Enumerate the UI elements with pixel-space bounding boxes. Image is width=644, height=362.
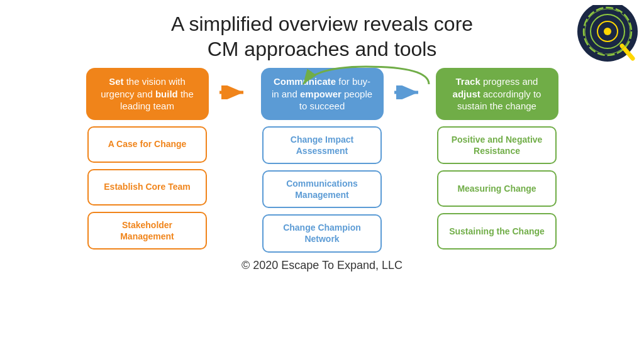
tool-change-impact: Change Impact Assessment — [262, 126, 382, 164]
tool-communications-management: Communications Management — [262, 170, 382, 208]
arrow-right-1 — [219, 68, 250, 99]
tool-measuring-change: Measuring Change — [437, 170, 557, 207]
tool-change-champion: Change Champion Network — [262, 214, 382, 252]
tool-stakeholder-management: Stakeholder Management — [87, 212, 207, 250]
column-communicate: Communicate for buy-in and empower peopl… — [250, 68, 394, 253]
svg-point-4 — [604, 28, 611, 35]
footer-copyright: © 2020 Escape To Expand, LLC — [0, 259, 644, 272]
column-set: Set the vision with urgency and build th… — [75, 68, 219, 250]
tool-case-for-change: A Case for Change — [87, 126, 207, 163]
tool-establish-core-team: Establish Core Team — [87, 169, 207, 206]
tool-sustaining-change: Sustaining the Change — [437, 213, 557, 250]
corner-logo — [570, 5, 639, 68]
tool-positive-negative: Positive and Negative Resistance — [437, 126, 557, 164]
curved-feedback-arrow — [278, 63, 454, 87]
main-title: A simplified overview reveals core CM ap… — [0, 0, 644, 62]
header-set: Set the vision with urgency and build th… — [86, 68, 209, 120]
column-track: Track progress and adjust accordingly to… — [425, 68, 569, 250]
